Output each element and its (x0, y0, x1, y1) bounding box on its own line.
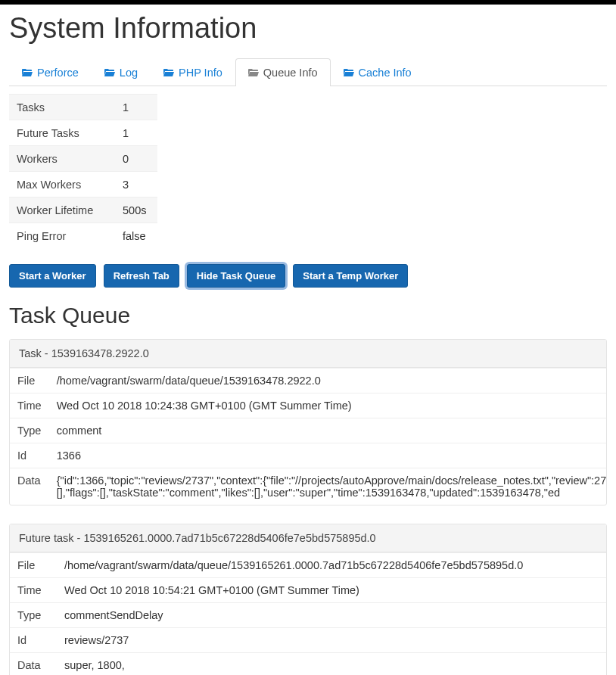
info-row: Tasks1 (9, 95, 157, 120)
tab-label: Perforce (37, 67, 79, 79)
info-key: Tasks (9, 95, 115, 120)
info-value: false (115, 223, 157, 249)
task-field-value: comment (49, 418, 607, 443)
tab-label: Log (120, 67, 138, 79)
info-value: 3 (115, 172, 157, 198)
info-key: Ping Error (9, 223, 115, 249)
info-value: 1 (115, 95, 157, 120)
task-field-value: 1366 (49, 443, 607, 468)
task-field-label: Id (10, 627, 57, 652)
folder-open-icon (163, 67, 174, 78)
task-header: Task - 1539163478.2922.0 (10, 340, 606, 368)
tab-label: PHP Info (179, 67, 222, 79)
top-bar (0, 0, 616, 5)
info-row: Ping Errorfalse (9, 223, 157, 249)
task-row: Typecomment (10, 418, 607, 443)
tab-queue-info[interactable]: Queue Info (235, 58, 331, 86)
info-key: Future Tasks (9, 120, 115, 146)
info-key: Worker Lifetime (9, 198, 115, 223)
task-block: Task - 1539163478.2922.0File/home/vagran… (9, 339, 607, 505)
tab-label: Cache Info (359, 67, 412, 79)
info-row: Worker Lifetime500s (9, 198, 157, 223)
tab-bar: PerforceLogPHP InfoQueue InfoCache Info (9, 58, 607, 86)
task-field-value: /home/vagrant/swarm/data/queue/153916526… (57, 552, 606, 577)
task-queue-title: Task Queue (9, 303, 607, 328)
task-field-value: /home/vagrant/swarm/data/queue/153916347… (49, 368, 607, 393)
task-row: Datasuper, 1800, (10, 652, 606, 675)
task-field-value: Wed Oct 10 2018 10:24:38 GMT+0100 (GMT S… (49, 393, 607, 418)
task-field-label: Id (10, 443, 49, 468)
task-field-label: File (10, 368, 49, 393)
tab-cache-info[interactable]: Cache Info (331, 58, 425, 86)
page-title: System Information (9, 12, 607, 45)
task-field-value: super, 1800, (57, 652, 606, 675)
task-row: Data{"id":1366,"topic":"reviews/2737","c… (10, 468, 607, 505)
info-value: 1 (115, 120, 157, 146)
tab-log[interactable]: Log (92, 58, 151, 86)
hide-task-queue-button[interactable]: Hide Task Queue (187, 264, 286, 288)
task-row: File/home/vagrant/swarm/data/queue/15391… (10, 552, 606, 577)
task-field-label: File (10, 552, 57, 577)
folder-open-icon (22, 67, 33, 78)
refresh-tab-button[interactable]: Refresh Tab (104, 264, 179, 288)
task-header: Future task - 1539165261.0000.7ad71b5c67… (10, 524, 606, 552)
info-value: 0 (115, 146, 157, 172)
info-key: Max Workers (9, 172, 115, 198)
task-field-value: {"id":1366,"topic":"reviews/2737","conte… (49, 468, 607, 505)
button-row: Start a Worker Refresh Tab Hide Task Que… (9, 264, 607, 288)
info-value: 500s (115, 198, 157, 223)
info-key: Workers (9, 146, 115, 172)
tab-perforce[interactable]: Perforce (9, 58, 92, 86)
task-field-label: Type (10, 602, 57, 627)
queue-info-table: Tasks1Future Tasks1Workers0Max Workers3W… (9, 94, 157, 249)
task-field-label: Time (10, 393, 49, 418)
task-field-value: commentSendDelay (57, 602, 606, 627)
info-row: Workers0 (9, 146, 157, 172)
task-field-label: Data (10, 652, 57, 675)
tab-php-info[interactable]: PHP Info (151, 58, 235, 86)
start-temp-worker-button[interactable]: Start a Temp Worker (293, 264, 408, 288)
task-field-value: reviews/2737 (57, 627, 606, 652)
start-worker-button[interactable]: Start a Worker (9, 264, 96, 288)
task-row: TimeWed Oct 10 2018 10:54:21 GMT+0100 (G… (10, 577, 606, 602)
folder-open-icon (104, 67, 115, 78)
task-field-label: Data (10, 468, 49, 505)
task-row: Idreviews/2737 (10, 627, 606, 652)
folder-open-icon (344, 67, 354, 78)
info-row: Max Workers3 (9, 172, 157, 198)
tab-label: Queue Info (263, 67, 318, 79)
task-row: Id1366 (10, 443, 607, 468)
task-field-label: Type (10, 418, 49, 443)
task-field-label: Time (10, 577, 57, 602)
task-table: File/home/vagrant/swarm/data/queue/15391… (10, 368, 607, 505)
info-row: Future Tasks1 (9, 120, 157, 146)
task-row: TimeWed Oct 10 2018 10:24:38 GMT+0100 (G… (10, 393, 607, 418)
task-field-value: Wed Oct 10 2018 10:54:21 GMT+0100 (GMT S… (57, 577, 606, 602)
task-table: File/home/vagrant/swarm/data/queue/15391… (10, 552, 606, 676)
folder-open-icon (248, 67, 259, 78)
task-block: Future task - 1539165261.0000.7ad71b5c67… (9, 524, 607, 676)
task-row: TypecommentSendDelay (10, 602, 606, 627)
task-row: File/home/vagrant/swarm/data/queue/15391… (10, 368, 607, 393)
